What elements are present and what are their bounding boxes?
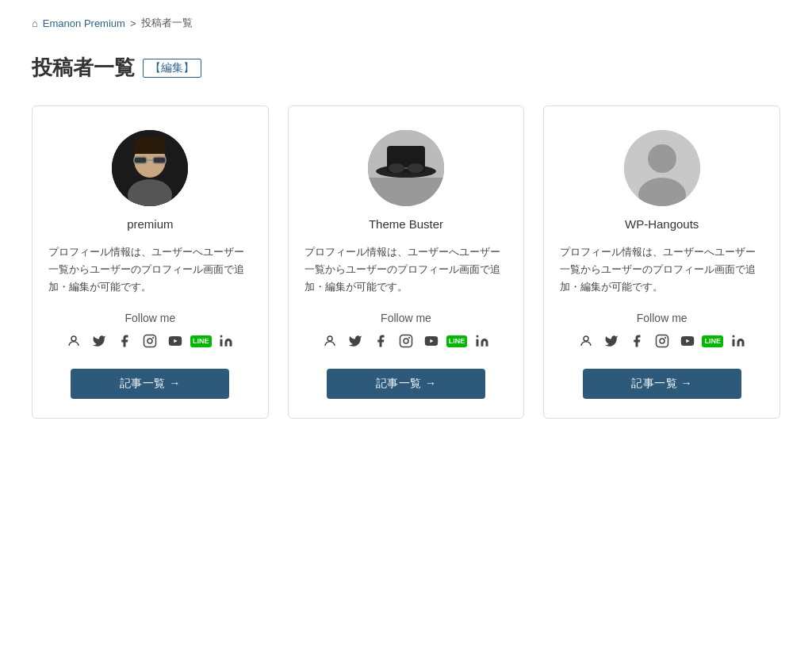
follow-label-3: Follow me <box>637 312 688 324</box>
svg-point-10 <box>147 339 152 343</box>
page-title: 投稿者一覧 【編集】 <box>32 54 780 82</box>
authors-grid: premium プロフィール情報は、ユーザーへユーザー一覧からユーザーのプロフィ… <box>32 105 780 419</box>
twitter-icon-1[interactable] <box>90 332 108 350</box>
social-icons-3: LINE <box>577 332 747 350</box>
twitter-icon-2[interactable] <box>347 332 364 350</box>
svg-point-33 <box>660 339 665 343</box>
svg-rect-16 <box>368 178 444 206</box>
home-icon: ⌂ <box>32 17 38 29</box>
twitter-icon-3[interactable] <box>603 332 620 350</box>
author-card-1: premium プロフィール情報は、ユーザーへユーザー一覧からユーザーのプロフィ… <box>32 105 269 419</box>
svg-point-27 <box>477 335 479 338</box>
svg-rect-7 <box>134 143 166 154</box>
line-icon-3[interactable]: LINE <box>704 332 722 350</box>
instagram-icon-1[interactable] <box>141 332 159 350</box>
breadcrumb-current: 投稿者一覧 <box>141 16 193 30</box>
user-icon-1[interactable] <box>65 332 82 350</box>
facebook-icon-2[interactable] <box>372 332 389 350</box>
follow-label-1: Follow me <box>124 312 175 324</box>
author-bio-3: プロフィール情報は、ユーザーへユーザー一覧からユーザーのプロフィール画面で追加・… <box>560 243 764 296</box>
avatar-3 <box>624 130 700 206</box>
instagram-icon-3[interactable] <box>653 332 671 350</box>
articles-button-3[interactable]: 記事一覧 → <box>583 369 741 399</box>
svg-rect-32 <box>656 335 668 347</box>
linkedin-icon-2[interactable] <box>473 332 491 350</box>
svg-point-36 <box>732 335 734 338</box>
author-name-2: Theme Buster <box>369 217 443 231</box>
user-icon-2[interactable] <box>321 332 339 350</box>
breadcrumb-home-link[interactable]: Emanon Premium <box>43 17 125 29</box>
youtube-icon-1[interactable] <box>167 332 184 350</box>
svg-point-8 <box>71 336 76 341</box>
svg-point-34 <box>665 338 665 339</box>
line-icon-1[interactable]: LINE <box>192 332 209 350</box>
breadcrumb-separator: > <box>130 17 136 29</box>
avatar-2 <box>368 130 444 206</box>
svg-rect-9 <box>144 335 156 347</box>
instagram-icon-2[interactable] <box>397 332 415 350</box>
linkedin-icon-1[interactable] <box>217 332 235 350</box>
edit-link[interactable]: 【編集】 <box>143 59 201 78</box>
breadcrumb: ⌂ Emanon Premium > 投稿者一覧 <box>32 16 780 30</box>
svg-point-22 <box>327 336 332 341</box>
articles-button-1[interactable]: 記事一覧 → <box>71 369 229 399</box>
svg-point-11 <box>153 338 154 339</box>
svg-point-13 <box>220 335 223 338</box>
svg-point-29 <box>648 144 676 173</box>
svg-point-24 <box>404 339 408 343</box>
social-icons-1: LINE <box>65 332 235 350</box>
author-name-3: WP-Hangouts <box>625 217 699 231</box>
author-card-3: WP-Hangouts プロフィール情報は、ユーザーへユーザー一覧からユーザーの… <box>543 105 780 419</box>
follow-label-2: Follow me <box>381 312 431 324</box>
facebook-icon-1[interactable] <box>116 332 133 350</box>
svg-rect-4 <box>153 157 166 163</box>
line-icon-2[interactable]: LINE <box>448 332 465 350</box>
author-bio-2: プロフィール情報は、ユーザーへユーザー一覧からユーザーのプロフィール画面で追加・… <box>304 243 508 296</box>
user-icon-3[interactable] <box>577 332 595 350</box>
youtube-icon-3[interactable] <box>679 332 696 350</box>
svg-point-25 <box>409 338 410 339</box>
svg-point-19 <box>389 163 404 173</box>
youtube-icon-2[interactable] <box>423 332 440 350</box>
social-icons-2: LINE <box>321 332 491 350</box>
author-name-1: premium <box>127 217 173 231</box>
avatar-1 <box>112 130 188 206</box>
svg-point-20 <box>408 163 423 173</box>
svg-rect-23 <box>400 335 412 347</box>
articles-button-2[interactable]: 記事一覧 → <box>327 369 485 399</box>
author-bio-1: プロフィール情報は、ユーザーへユーザー一覧からユーザーのプロフィール画面で追加・… <box>48 243 252 296</box>
facebook-icon-3[interactable] <box>628 332 645 350</box>
svg-point-31 <box>584 336 588 341</box>
linkedin-icon-3[interactable] <box>730 332 747 350</box>
author-card-2: Theme Buster プロフィール情報は、ユーザーへユーザー一覧からユーザー… <box>288 105 525 419</box>
svg-rect-3 <box>134 157 147 163</box>
